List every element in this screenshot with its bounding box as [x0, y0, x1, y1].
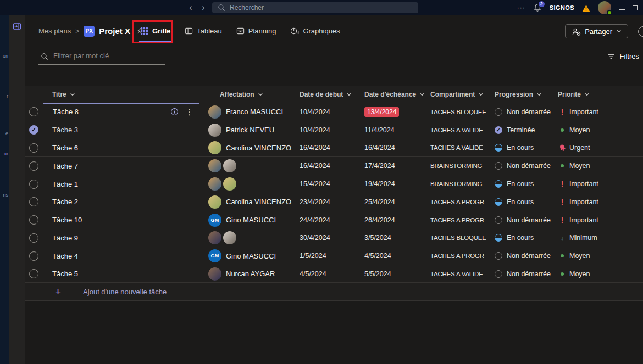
filters-button[interactable]: Filtres: [607, 52, 639, 60]
task-title-cell[interactable]: Tâche 1: [43, 175, 206, 193]
start-date-cell[interactable]: 10/4/2024: [294, 121, 359, 139]
warning-icon[interactable]: [582, 4, 590, 12]
due-date-cell[interactable]: 16/4/2024: [359, 139, 425, 157]
bucket-cell[interactable]: BRAINSTORMING: [425, 175, 489, 193]
progress-cell[interactable]: En cours: [489, 175, 552, 193]
task-checkbox[interactable]: [29, 197, 38, 206]
priority-cell[interactable]: Moyen: [552, 247, 643, 265]
task-checkbox[interactable]: [29, 161, 38, 171]
share-button[interactable]: Partager: [565, 24, 628, 38]
add-task-row[interactable]: + Ajout d'une nouvelle tâche: [25, 283, 643, 301]
progress-cell[interactable]: En cours: [489, 193, 552, 211]
task-assignees-cell[interactable]: Patrick NEVEU: [206, 121, 294, 139]
bucket-cell[interactable]: TACHES A PROGR: [425, 211, 489, 229]
progress-cell[interactable]: Non démarrée: [489, 265, 552, 282]
task-assignees-cell[interactable]: Franco MASUCCI: [206, 103, 294, 121]
task-row[interactable]: Tâche 115/4/202419/4/2024BRAINSTORMINGEn…: [25, 175, 643, 193]
task-assignees-cell[interactable]: [206, 229, 294, 247]
progress-cell[interactable]: Non démarrée: [489, 157, 552, 175]
bucket-cell[interactable]: TACHES A VALIDE: [425, 139, 489, 157]
due-date-cell[interactable]: 4/5/2024: [359, 247, 425, 265]
task-row[interactable]: Tâche 4GMGino MASUCCI1/5/20244/5/2024TAC…: [25, 247, 643, 265]
progress-cell[interactable]: ✓Terminée: [489, 121, 552, 139]
priority-cell[interactable]: !Important: [552, 211, 643, 229]
start-date-cell[interactable]: 30/4/2024: [294, 229, 359, 247]
tab-tableau[interactable]: Tableau: [183, 15, 224, 47]
info-icon[interactable]: [170, 108, 179, 116]
task-assignees-cell[interactable]: Carolina VINCENZO: [206, 193, 294, 211]
bucket-cell[interactable]: TACHES BLOQUEE: [425, 103, 489, 121]
priority-cell[interactable]: ↓Minimum: [552, 229, 643, 247]
tab-planning[interactable]: Planning: [235, 15, 278, 47]
account-name[interactable]: SIGNOS: [550, 4, 574, 11]
bucket-cell[interactable]: TACHES A PROGR: [425, 247, 489, 265]
task-checkbox[interactable]: [29, 180, 38, 189]
start-date-cell[interactable]: 16/4/2024: [294, 139, 359, 157]
task-checkbox[interactable]: [29, 269, 38, 278]
task-row[interactable]: Tâche 8⋮Franco MASUCCI10/4/202413/4/2024…: [25, 103, 643, 121]
task-title-cell[interactable]: Tâche 5: [43, 265, 206, 282]
start-date-cell[interactable]: 1/5/2024: [294, 247, 359, 265]
task-title-cell[interactable]: Tâche 10: [43, 211, 206, 229]
priority-cell[interactable]: !Important: [552, 175, 643, 193]
start-date-cell[interactable]: 24/4/2024: [294, 211, 359, 229]
task-checkbox[interactable]: [29, 233, 38, 243]
due-date-cell[interactable]: 19/4/2024: [359, 175, 425, 193]
start-date-cell[interactable]: 16/4/2024: [294, 157, 359, 175]
progress-cell[interactable]: Non démarrée: [489, 247, 552, 265]
bucket-cell[interactable]: TACHES A VALIDE: [425, 121, 489, 139]
bucket-cell[interactable]: BRAINSTORMING: [425, 157, 489, 175]
start-date-cell[interactable]: 10/4/2024: [294, 103, 359, 121]
task-assignees-cell[interactable]: [206, 175, 294, 193]
sidebar-label-fragment[interactable]: r: [7, 93, 8, 99]
nav-back-button[interactable]: ‹: [187, 3, 195, 12]
task-assignees-cell[interactable]: [206, 157, 294, 175]
column-header-titre[interactable]: Titre: [43, 91, 206, 98]
selected-cell-outline[interactable]: Tâche 8⋮: [43, 103, 199, 120]
task-checkbox[interactable]: ✓: [29, 125, 38, 135]
due-date-cell[interactable]: 13/4/2024: [359, 103, 425, 121]
task-row[interactable]: Tâche 5Nurcan AYGAR4/5/20245/5/2024TACHE…: [25, 265, 643, 283]
priority-cell[interactable]: Urgent: [552, 139, 643, 157]
more-options-icon[interactable]: ···: [517, 4, 525, 12]
due-date-cell[interactable]: 3/5/2024: [359, 229, 425, 247]
task-row[interactable]: Tâche 930/4/20243/5/2024TACHES BLOQUEEEn…: [25, 229, 643, 247]
due-date-cell[interactable]: 11/4/2024: [359, 121, 425, 139]
task-title-cell[interactable]: Tâche 4: [43, 247, 206, 265]
bucket-cell[interactable]: TACHES A PROGR: [425, 193, 489, 211]
task-row[interactable]: Tâche 6Carolina VINCENZO16/4/202416/4/20…: [25, 139, 643, 157]
column-header-compartiment[interactable]: Compartiment: [425, 91, 489, 98]
nav-forward-button[interactable]: ›: [199, 3, 207, 12]
bucket-cell[interactable]: TACHES A VALIDE: [425, 265, 489, 282]
task-row[interactable]: ✓Tâche 3Patrick NEVEU10/4/202411/4/2024T…: [25, 121, 643, 139]
task-checkbox[interactable]: [29, 251, 38, 261]
task-title-cell[interactable]: Tâche 7: [43, 157, 206, 175]
column-header-date-d-ch-ance[interactable]: Date d'échéance: [359, 91, 425, 98]
maximize-button[interactable]: [633, 5, 638, 10]
task-assignees-cell[interactable]: Carolina VINCENZO: [206, 139, 294, 157]
sidebar-label-fragment[interactable]: e: [5, 131, 8, 136]
priority-cell[interactable]: !Important: [552, 193, 643, 211]
breadcrumb-my-plans[interactable]: Mes plans: [38, 27, 71, 35]
progress-cell[interactable]: En cours: [489, 139, 552, 157]
task-row[interactable]: Tâche 716/4/202417/4/2024BRAINSTORMINGNo…: [25, 156, 643, 175]
start-date-cell[interactable]: 23/4/2024: [294, 193, 359, 211]
notifications-button[interactable]: 2: [533, 3, 542, 14]
task-checkbox[interactable]: [29, 107, 38, 116]
task-row[interactable]: Tâche 10GMGino MASUCCI24/4/202426/4/2024…: [25, 211, 643, 229]
tab-graphiques[interactable]: Graphiques: [289, 15, 341, 47]
column-header-priorit-[interactable]: Priorité: [552, 91, 643, 98]
column-header-affectation[interactable]: Affectation: [206, 91, 294, 98]
sidebar-label-fragment[interactable]: on: [3, 53, 8, 59]
task-title-cell[interactable]: Tâche 2: [43, 193, 206, 211]
task-title-cell[interactable]: Tâche 6: [43, 139, 206, 157]
info-icon-partial[interactable]: [638, 26, 643, 37]
priority-cell[interactable]: !Important: [552, 103, 643, 121]
column-header-date-de-d-but[interactable]: Date de début: [294, 91, 359, 98]
keyword-filter-input[interactable]: [38, 48, 165, 65]
task-title-cell[interactable]: Tâche 9: [43, 229, 206, 247]
start-date-cell[interactable]: 15/4/2024: [294, 175, 359, 193]
priority-cell[interactable]: Moyen: [552, 121, 643, 139]
sidebar-label-fragment[interactable]: ns: [3, 192, 8, 198]
progress-cell[interactable]: Non démarrée: [489, 103, 552, 121]
